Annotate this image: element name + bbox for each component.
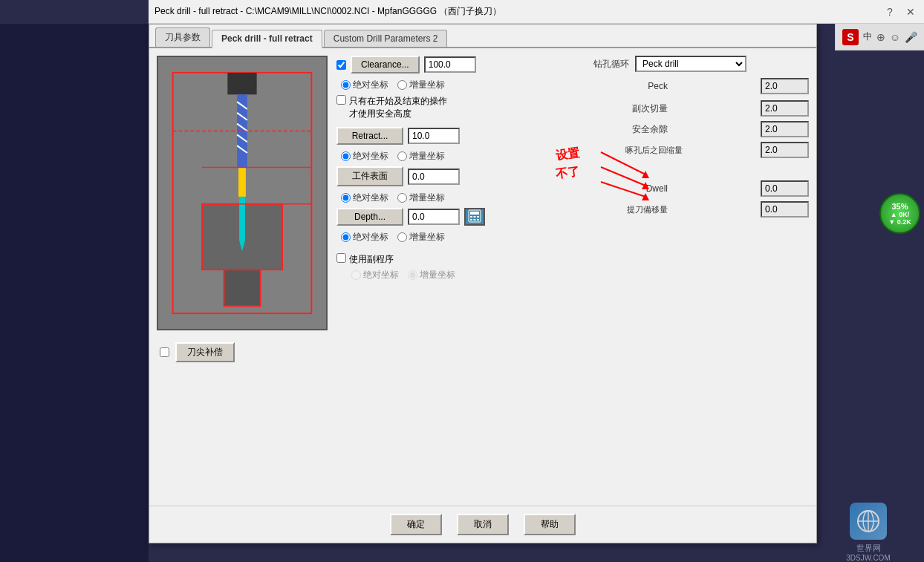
tab-peck-drill[interactable]: Peck drill - full retract (212, 30, 322, 48)
work-surface-input[interactable] (408, 169, 460, 185)
world-logo (850, 503, 887, 540)
toolbar-dot: ⊕ (876, 31, 885, 43)
world-text: 世界网 (856, 543, 881, 554)
clearance-input[interactable] (424, 56, 476, 73)
retract-amount-input[interactable] (761, 142, 809, 158)
depth-button[interactable]: Depth... (336, 208, 403, 226)
svg-rect-4 (227, 73, 256, 94)
dwell-row: Dwell (593, 180, 809, 197)
subprogram-section: 使用副程序 绝对坐标 增量坐标 (336, 253, 809, 281)
inc-radio-1[interactable]: 增量坐标 (397, 79, 445, 91)
radio-group-4: 绝对坐标 增量坐标 (341, 231, 809, 244)
inc-radio-3[interactable]: 增量坐标 (397, 192, 445, 204)
clearance-margin-input[interactable] (761, 121, 809, 137)
watermark-text: 3DSJW.COM (846, 554, 890, 562)
tip-comp-button[interactable]: 刀尖补偿 (175, 342, 235, 362)
svg-rect-3 (224, 269, 260, 306)
green-indicator: 35% ▲ 0K/ ▼ 0.2K (879, 193, 920, 234)
svg-rect-11 (238, 168, 246, 197)
drill-cycle-section: 钻孔循环 Peck drill Full retract Custom (593, 56, 809, 72)
confirm-button[interactable]: 确定 (390, 514, 442, 535)
svg-rect-24 (477, 219, 479, 220)
only-start-end-checkbox[interactable] (336, 95, 346, 105)
lift-row: 提刀備移量 (593, 201, 809, 218)
content-area: 刀尖补偿 Clearance... 绝对坐标 增量坐标 (149, 48, 816, 501)
clearance-button[interactable]: Clearance... (351, 56, 420, 73)
calc-icon (468, 209, 481, 223)
sub-cut-input[interactable] (761, 100, 809, 117)
inc-radio-4[interactable]: 增量坐标 (397, 231, 445, 244)
cancel-button[interactable]: 取消 (457, 514, 509, 535)
abs-radio-1[interactable]: 绝对坐标 (341, 79, 388, 91)
retract-button[interactable]: Retract... (336, 127, 403, 145)
clearance-margin-row: 安全余隙 (593, 121, 809, 137)
dwell-input[interactable] (761, 180, 809, 197)
svg-rect-20 (474, 216, 476, 218)
subprogram-checkbox[interactable] (336, 253, 346, 263)
tab-tool-params[interactable]: 刀具参数 (155, 27, 210, 47)
abs-radio-2[interactable]: 绝对坐标 (341, 150, 388, 163)
inc-radio-2[interactable]: 增量坐标 (397, 150, 445, 163)
toolbar-smiley: ☺ (890, 31, 900, 43)
svg-rect-19 (470, 216, 472, 218)
window-title: Peck drill - full retract - C:\MCAM9\MIL… (154, 5, 501, 18)
sub-inc-radio[interactable]: 增量坐标 (408, 269, 455, 281)
drill-image (157, 56, 328, 330)
abs-radio-4[interactable]: 绝对坐标 (341, 231, 388, 244)
svg-rect-21 (477, 216, 479, 218)
close-button[interactable]: ✕ (903, 4, 918, 19)
left-section: 刀尖补偿 (157, 56, 328, 494)
bottom-bar: 确定 取消 帮助 (149, 506, 816, 543)
tab-custom-drill[interactable]: Custom Drill Parameters 2 (324, 30, 448, 47)
depth-input[interactable] (408, 209, 460, 225)
left-sidebar (0, 24, 149, 562)
lift-input[interactable] (761, 201, 809, 218)
toolbar-mic: 🎤 (905, 31, 917, 43)
abs-radio-3[interactable]: 绝对坐标 (341, 192, 388, 204)
peck-value-row: Peck (593, 78, 809, 94)
svg-marker-28 (642, 171, 649, 178)
drill-svg (158, 57, 326, 329)
only-start-end-label: 只有在开始及结束的操作 才使用安全高度 (349, 95, 447, 120)
tip-comp-area: 刀尖补偿 (157, 342, 328, 362)
svg-rect-12 (239, 197, 245, 241)
s-logo: S (842, 29, 859, 45)
sub-cut-row: 副次切量 (593, 100, 809, 117)
retract-input[interactable] (408, 128, 460, 144)
sub-abs-radio[interactable]: 绝对坐标 (351, 269, 399, 281)
peck-panel: 钻孔循环 Peck drill Full retract Custom Peck… (593, 56, 809, 222)
peck-input[interactable] (761, 78, 809, 94)
tip-comp-checkbox[interactable] (160, 347, 169, 357)
top-toolbar: S 中 ⊕ ☺ 🎤 (835, 24, 924, 50)
drill-cycle-dropdown[interactable]: Peck drill Full retract Custom (635, 56, 746, 72)
world-svg (855, 508, 882, 535)
svg-rect-22 (470, 219, 472, 220)
svg-rect-23 (474, 219, 476, 220)
work-surface-button[interactable]: 工件表面 (336, 166, 403, 186)
title-controls: ? ✕ (882, 4, 918, 19)
help-button[interactable]: ? (882, 4, 897, 19)
indicator-stats: ▲ 0K/ ▼ 0.2K (888, 211, 911, 226)
title-bar: Peck drill - full retract - C:\MCAM9\MIL… (149, 0, 924, 24)
help-bottom-button[interactable]: 帮助 (524, 514, 576, 535)
toolbar-text: 中 (863, 30, 872, 43)
dialog: 刀具参数 Peck drill - full retract Custom Dr… (149, 24, 817, 543)
svg-rect-18 (470, 212, 479, 215)
right-section: Clearance... 绝对坐标 增量坐标 只有在开始及结束的操作 (336, 56, 809, 494)
watermark-area: 世界网 3DSJW.COM (813, 503, 924, 562)
clearance-checkbox[interactable] (336, 60, 346, 70)
calc-button[interactable] (464, 208, 485, 226)
subprogram-cb-row: 使用副程序 (336, 253, 809, 266)
tab-bar: 刀具参数 Peck drill - full retract Custom Dr… (149, 24, 816, 48)
retract-amount-row: 啄孔后之回缩量 (593, 142, 809, 158)
subprogram-radio-group: 绝对坐标 增量坐标 (351, 269, 809, 281)
